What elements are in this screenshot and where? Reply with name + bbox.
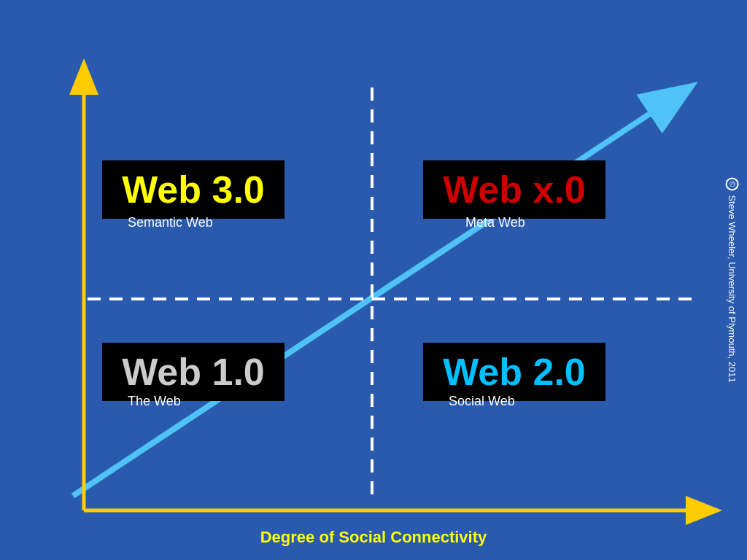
copyright: © Steve Wheeler, University of Plymouth,… [725,177,738,382]
web30-sublabel: Semantic Web [128,215,213,230]
webx0-sublabel: Meta Web [465,215,525,230]
x-axis-label: Degree of Social Connectivity [260,528,487,547]
chart-svg [0,0,747,560]
web20-sublabel: Social Web [449,394,515,409]
web20-box: Web 2.0 [423,343,605,401]
svg-line-1 [73,95,678,496]
webx0-box: Web x.0 [423,160,605,219]
web20-label: Web 2.0 [443,351,586,393]
copyright-text: Steve Wheeler, University of Plymouth, 2… [727,195,738,382]
web10-box: Web 1.0 [102,343,285,401]
y-axis-label-container: Degree of Information Connectivity [9,272,23,289]
web10-label: Web 1.0 [122,351,265,393]
web10-sublabel: The Web [128,394,181,409]
webx0-label: Web x.0 [443,168,586,211]
web30-box: Web 3.0 [102,160,285,219]
copyright-icon: © [725,177,738,190]
diagram-container: Web 1.0 Web 2.0 Web 3.0 Web x.0 The Web … [0,0,747,560]
web30-label: Web 3.0 [122,168,265,211]
